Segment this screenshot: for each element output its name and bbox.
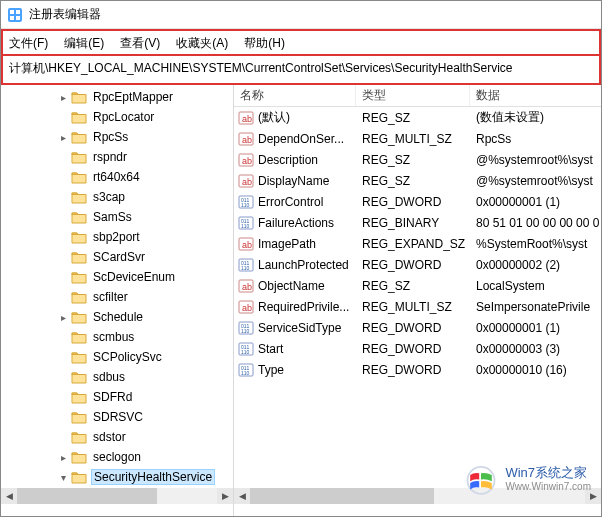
binary-value-icon (238, 362, 254, 378)
expand-placeholder (57, 411, 69, 423)
string-value-icon (238, 299, 254, 315)
tree-item-label: SCPolicySvc (91, 350, 164, 364)
window-title: 注册表编辑器 (29, 6, 101, 23)
binary-value-icon (238, 320, 254, 336)
value-row[interactable]: ObjectNameREG_SZLocalSystem (234, 275, 601, 296)
tree-item-label: RpcLocator (91, 110, 156, 124)
tree-item-label: RpcSs (91, 130, 130, 144)
chevron-right-icon[interactable]: ▸ (57, 311, 69, 323)
tree-item[interactable]: ▸Schedule (1, 307, 233, 327)
tree-item-label: rt640x64 (91, 170, 142, 184)
value-name: ErrorControl (258, 195, 323, 209)
tree-item[interactable]: rspndr (1, 147, 233, 167)
value-row[interactable]: ServiceSidTypeREG_DWORD0x00000001 (1) (234, 317, 601, 338)
menu-view[interactable]: 查看(V) (120, 35, 160, 52)
tree-item-label: sbp2port (91, 230, 142, 244)
svg-rect-2 (16, 10, 20, 14)
tree-item[interactable]: SamSs (1, 207, 233, 227)
value-data: LocalSystem (470, 279, 601, 293)
col-header-name[interactable]: 名称 (234, 85, 356, 106)
tree-item[interactable]: ▾SecurityHealthService (1, 467, 233, 487)
value-type: REG_SZ (356, 279, 470, 293)
folder-icon (71, 390, 87, 404)
expand-placeholder (57, 351, 69, 363)
col-header-type[interactable]: 类型 (356, 85, 470, 106)
tree-item-label: SDRSVC (91, 410, 145, 424)
tree-item[interactable]: ScDeviceEnum (1, 267, 233, 287)
tree-item[interactable]: sdbus (1, 367, 233, 387)
value-row[interactable]: ImagePathREG_EXPAND_SZ%SystemRoot%\syst (234, 233, 601, 254)
value-type: REG_MULTI_SZ (356, 132, 470, 146)
value-type: REG_DWORD (356, 342, 470, 356)
value-row[interactable]: LaunchProtectedREG_DWORD0x00000002 (2) (234, 254, 601, 275)
value-data: 0x00000002 (2) (470, 258, 601, 272)
menu-favorites[interactable]: 收藏夹(A) (176, 35, 228, 52)
tree-item[interactable]: sbp2port (1, 227, 233, 247)
scroll-right-icon[interactable]: ▶ (217, 488, 233, 504)
expand-placeholder (57, 211, 69, 223)
scroll-left-icon[interactable]: ◀ (234, 488, 250, 504)
value-row[interactable]: RequiredPrivile...REG_MULTI_SZSeImperson… (234, 296, 601, 317)
address-bar[interactable]: 计算机\HKEY_LOCAL_MACHINE\SYSTEM\CurrentCon… (1, 54, 601, 85)
chevron-right-icon[interactable]: ▸ (57, 451, 69, 463)
value-name: LaunchProtected (258, 258, 349, 272)
values-list[interactable]: 名称 类型 数据 (默认)REG_SZ(数值未设置)DependOnSer...… (234, 85, 601, 517)
folder-icon (71, 350, 87, 364)
tree-item[interactable]: scmbus (1, 327, 233, 347)
tree-item[interactable]: scfilter (1, 287, 233, 307)
tree-item[interactable]: SCardSvr (1, 247, 233, 267)
folder-icon (71, 310, 87, 324)
svg-rect-4 (16, 16, 20, 20)
chevron-down-icon[interactable]: ▾ (57, 471, 69, 483)
folder-icon (71, 90, 87, 104)
value-type: REG_BINARY (356, 216, 470, 230)
binary-value-icon (238, 257, 254, 273)
tree-item-label: scmbus (91, 330, 136, 344)
value-row[interactable]: StartREG_DWORD0x00000003 (3) (234, 338, 601, 359)
expand-placeholder (57, 271, 69, 283)
tree-item[interactable]: SCPolicySvc (1, 347, 233, 367)
value-data: SeImpersonatePrivile (470, 300, 601, 314)
col-header-data[interactable]: 数据 (470, 85, 601, 106)
menu-help[interactable]: 帮助(H) (244, 35, 285, 52)
expand-placeholder (57, 331, 69, 343)
expand-placeholder (57, 371, 69, 383)
value-row[interactable]: (默认)REG_SZ(数值未设置) (234, 107, 601, 128)
value-name: DependOnSer... (258, 132, 344, 146)
tree-item-label: sdstor (91, 430, 128, 444)
menu-file[interactable]: 文件(F) (9, 35, 48, 52)
tree-item[interactable]: s3cap (1, 187, 233, 207)
folder-icon (71, 130, 87, 144)
value-type: REG_DWORD (356, 321, 470, 335)
scroll-left-icon[interactable]: ◀ (1, 488, 17, 504)
tree-item[interactable]: ▸seclogon (1, 447, 233, 467)
chevron-right-icon[interactable]: ▸ (57, 131, 69, 143)
tree-item[interactable]: SDRSVC (1, 407, 233, 427)
tree-item-label: SamSs (91, 210, 134, 224)
tree-item[interactable]: ▸RpcEptMapper (1, 87, 233, 107)
expand-placeholder (57, 111, 69, 123)
value-row[interactable]: DescriptionREG_SZ@%systemroot%\syst (234, 149, 601, 170)
registry-tree[interactable]: ▸RpcEptMapperRpcLocator▸RpcSsrspndrrt640… (1, 85, 234, 517)
folder-icon (71, 370, 87, 384)
menu-edit[interactable]: 编辑(E) (64, 35, 104, 52)
binary-value-icon (238, 341, 254, 357)
value-row[interactable]: DisplayNameREG_SZ@%systemroot%\syst (234, 170, 601, 191)
watermark-title: Win7系统之家 (505, 466, 591, 480)
value-row[interactable]: DependOnSer...REG_MULTI_SZRpcSs (234, 128, 601, 149)
value-row[interactable]: ErrorControlREG_DWORD0x00000001 (1) (234, 191, 601, 212)
tree-item[interactable]: RpcLocator (1, 107, 233, 127)
expand-placeholder (57, 191, 69, 203)
tree-item[interactable]: SDFRd (1, 387, 233, 407)
svg-rect-3 (10, 16, 14, 20)
list-header: 名称 类型 数据 (234, 85, 601, 107)
value-row[interactable]: FailureActionsREG_BINARY80 51 01 00 00 0… (234, 212, 601, 233)
chevron-right-icon[interactable]: ▸ (57, 91, 69, 103)
tree-item-label: rspndr (91, 150, 129, 164)
tree-item[interactable]: sdstor (1, 427, 233, 447)
tree-hscroll[interactable]: ◀ ▶ (1, 488, 234, 504)
tree-item-label: Schedule (91, 310, 145, 324)
value-row[interactable]: TypeREG_DWORD0x00000010 (16) (234, 359, 601, 380)
tree-item[interactable]: ▸RpcSs (1, 127, 233, 147)
tree-item[interactable]: rt640x64 (1, 167, 233, 187)
